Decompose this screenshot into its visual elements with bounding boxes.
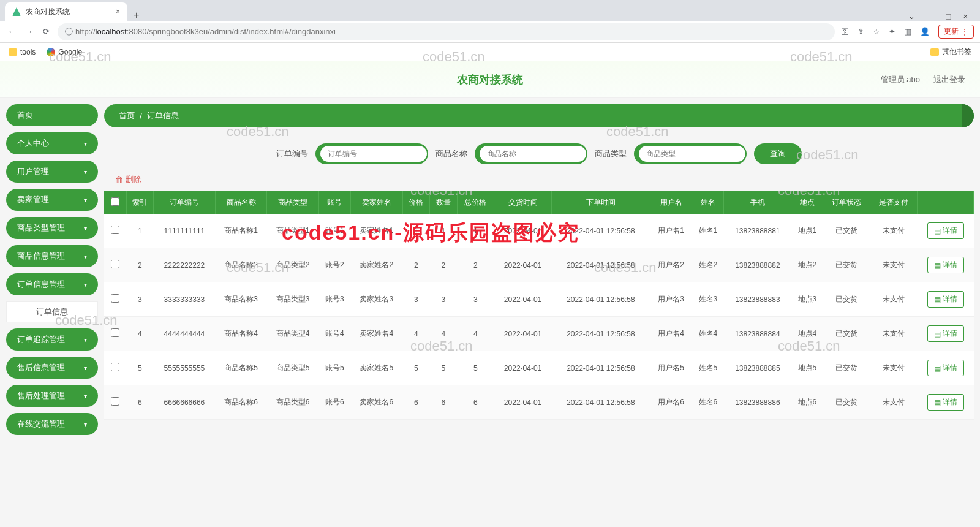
side-panel-icon[interactable]: ▥ [904,27,911,36]
bookmark-google[interactable]: Google [47,48,82,56]
chevron-down-icon: ▾ [84,253,87,260]
col-header: 是否支付 [870,191,918,214]
sidebar-item-label: 商品信息管理 [17,251,65,262]
table-row: 66666666666商品名称6商品类型6账号6卖家姓名66662022-04-… [104,385,974,420]
pname-input[interactable] [480,146,586,162]
col-header: 商品类型 [267,191,319,214]
breadcrumb: 首页 / 订单信息 [104,104,974,127]
row-checkbox[interactable] [111,260,119,268]
sidebar-item-5[interactable]: 商品信息管理▾ [6,245,98,267]
chevron-down-icon: ▾ [84,421,87,428]
detail-button[interactable]: ▤详情 [927,257,964,273]
info-icon: ⓘ [65,26,73,37]
row-checkbox[interactable] [111,226,119,234]
address-bar[interactable]: ⓘ http://localhost:8080/springboot8k3eu/… [58,23,835,40]
bookmark-tools[interactable]: tools [9,48,36,56]
app-title: 农商对接系统 [457,72,523,87]
sidebar-item-4[interactable]: 商品类型管理▾ [6,217,98,239]
sidebar-item-label: 个人中心 [17,138,49,149]
sidebar-item-8[interactable]: 售后信息管理▾ [6,357,98,379]
minimize-icon[interactable]: — [926,12,934,21]
folder-icon [930,48,939,56]
forward-icon[interactable]: → [23,27,34,36]
col-header: 账号 [318,191,350,214]
col-header: 用户名 [650,191,692,214]
chevron-down-icon: ▾ [84,365,87,371]
detail-button[interactable]: ▤详情 [927,394,964,411]
col-header: 数量 [430,191,458,214]
doc-icon: ▤ [934,330,941,338]
doc-icon: ▤ [934,398,941,407]
chevron-down-icon: ▾ [84,281,87,288]
sidebar-item-label: 用户管理 [17,166,49,177]
delete-button[interactable]: 🗑 删除 [115,174,974,185]
chevron-down-icon: ▾ [84,197,87,203]
filter-bar: 订单编号 ⌕ 商品名称 ⌕ 商品类型 ⌕ 查询 [104,127,974,170]
sidebar: 首页个人中心▾用户管理▾卖家管理▾商品类型管理▾商品信息管理▾订单信息管理▾订单… [6,104,98,435]
close-window-icon[interactable]: × [963,12,968,21]
key-icon[interactable]: ⚿ [841,27,849,36]
star-icon[interactable]: ☆ [873,27,880,36]
app-header: 农商对接系统 管理员 abo 退出登录 [0,61,980,98]
extensions-icon[interactable]: ✦ [889,27,895,36]
share-icon[interactable]: ⇪ [858,27,864,36]
orderno-input[interactable] [320,146,427,162]
filter-ptype: ⌕ [634,143,747,164]
col-header: 下单时间 [551,191,650,214]
sidebar-item-label: 订单信息管理 [17,279,65,290]
detail-button[interactable]: ▤详情 [927,222,964,239]
row-checkbox[interactable] [111,363,119,371]
admin-label[interactable]: 管理员 abo [881,74,920,85]
sidebar-sub-item[interactable]: 订单信息 [6,301,98,322]
search-button[interactable]: 查询 [754,143,802,164]
sidebar-item-2[interactable]: 用户管理▾ [6,161,98,183]
new-tab-button[interactable]: + [127,10,145,21]
doc-icon: ▤ [934,227,941,235]
reload-icon[interactable]: ⟳ [40,27,51,36]
chevron-down-icon[interactable]: ⌄ [908,12,915,21]
detail-button[interactable]: ▤详情 [927,360,964,376]
filter-label-pname: 商品名称 [435,148,467,159]
table-row: 44444444444商品名称4商品类型4账号4卖家姓名44442022-04-… [104,317,974,351]
sidebar-item-6[interactable]: 订单信息管理▾ [6,273,98,295]
profile-icon[interactable]: 👤 [920,27,930,36]
sidebar-item-label: 卖家管理 [17,194,49,205]
detail-button[interactable]: ▤详情 [927,291,964,308]
bookmark-other[interactable]: 其他书签 [930,47,971,57]
back-icon[interactable]: ← [6,27,17,36]
filter-pname: ⌕ [475,143,587,164]
breadcrumb-current: 订单信息 [147,110,179,121]
close-icon[interactable]: × [116,7,120,16]
order-table: 索引订单编号商品名称商品类型账号卖家姓名价格数量总价格交货时间下单时间用户名姓名… [104,191,974,420]
folder-icon [9,48,17,56]
row-checkbox[interactable] [111,294,119,303]
row-checkbox[interactable] [111,397,119,406]
sidebar-item-7[interactable]: 订单追踪管理▾ [6,328,98,351]
detail-button[interactable]: ▤详情 [927,325,964,342]
ptype-input[interactable] [639,146,745,162]
maximize-icon[interactable]: ◻ [945,12,952,21]
filter-label-orderno: 订单编号 [276,148,308,159]
browser-tab[interactable]: 农商对接系统 × [5,2,127,21]
doc-icon: ▤ [934,364,941,373]
col-header: 地点 [791,191,823,214]
sidebar-item-10[interactable]: 在线交流管理▾ [6,413,98,435]
sidebar-item-1[interactable]: 个人中心▾ [6,132,98,154]
filter-orderno: ⌕ [315,143,428,164]
chevron-down-icon: ▾ [84,336,87,343]
sidebar-item-3[interactable]: 卖家管理▾ [6,189,98,211]
tab-title: 农商对接系统 [26,7,70,17]
breadcrumb-home[interactable]: 首页 [119,110,135,121]
logout-link[interactable]: 退出登录 [933,74,965,85]
sidebar-item-0[interactable]: 首页 [6,104,98,126]
sidebar-item-9[interactable]: 售后处理管理▾ [6,385,98,407]
col-header: 索引 [126,191,154,214]
col-header: 商品名称 [215,191,267,214]
select-all-checkbox[interactable] [111,197,119,206]
table-row: 22222222222商品名称2商品类型2账号2卖家姓名22222022-04-… [104,248,974,282]
row-checkbox[interactable] [111,328,119,337]
update-button[interactable]: 更新⋮ [938,25,974,39]
chevron-down-icon: ▾ [84,225,87,232]
chevron-down-icon: ▾ [84,393,87,400]
filter-label-ptype: 商品类型 [595,148,627,159]
